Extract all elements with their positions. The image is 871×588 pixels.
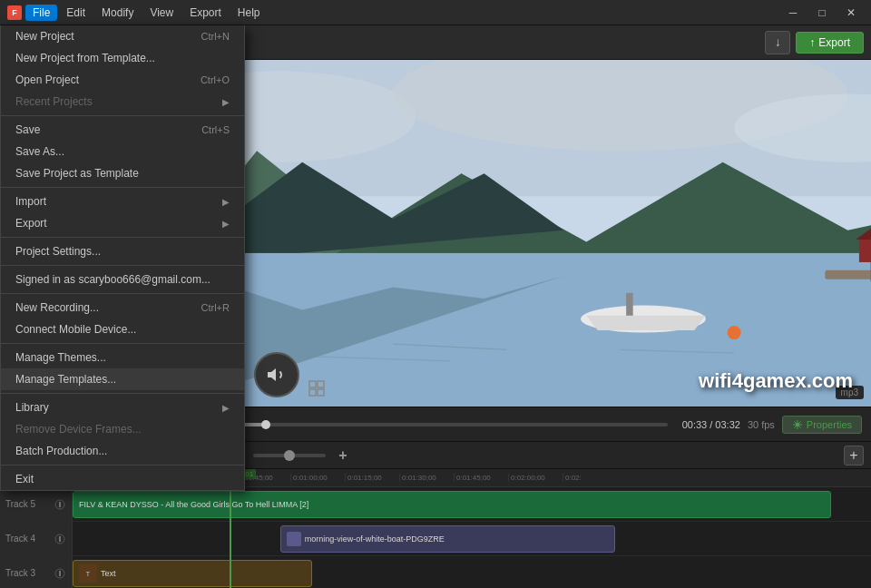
- preview-scene: [245, 60, 871, 407]
- minimize-button[interactable]: ─: [780, 4, 806, 22]
- track-4-clip-icon: [287, 532, 301, 546]
- menu-recent-projects: Recent Projects ▶: [1, 91, 244, 113]
- properties-button[interactable]: Properties: [782, 416, 862, 434]
- track-4-content[interactable]: morning-view-of-white-boat-PDG9ZRE: [73, 522, 871, 555]
- svg-rect-15: [825, 270, 871, 279]
- close-button[interactable]: ✕: [838, 4, 864, 22]
- zoom-in-button[interactable]: +: [333, 446, 353, 466]
- file-dropdown-menu: New Project Ctrl+N New Project from Temp…: [0, 25, 245, 491]
- menu-signed-in[interactable]: Signed in as scaryboo666@gmail.com...: [1, 269, 244, 290]
- svg-marker-20: [586, 316, 706, 330]
- audio-indicator: [254, 352, 299, 397]
- menu-export-top[interactable]: Export: [182, 5, 229, 21]
- menu-new-project[interactable]: New Project Ctrl+N: [1, 25, 244, 47]
- divider-8: [1, 465, 244, 466]
- menu-open-project[interactable]: Open Project Ctrl+O: [1, 69, 244, 91]
- divider-7: [1, 393, 244, 394]
- svg-rect-28: [309, 389, 316, 396]
- fps-display: 30 fps: [748, 419, 775, 430]
- divider-1: [1, 115, 244, 116]
- track-row-4: Track 4 morning-view-of-white-boat-PDG9Z…: [0, 522, 871, 556]
- grid-icon[interactable]: [308, 380, 325, 399]
- svg-rect-17: [859, 240, 871, 262]
- menu-library[interactable]: Library ▶: [1, 397, 244, 418]
- divider-3: [1, 237, 244, 238]
- format-label: mp3: [836, 386, 864, 399]
- progress-bar[interactable]: [183, 423, 668, 426]
- menu-import[interactable]: Import ▶: [1, 191, 244, 212]
- track-row-5: Track 5 FILV & KEAN DYSSO - All the Good…: [0, 487, 871, 522]
- menu-bar: File Edit Modify View Export Help: [25, 5, 268, 21]
- svg-point-22: [728, 326, 741, 339]
- time-display: 00:33 / 03:32: [682, 419, 740, 430]
- menu-project-settings[interactable]: Project Settings...: [1, 240, 244, 262]
- track-5-content[interactable]: FILV & KEAN DYSSO - All the Good Girls G…: [73, 487, 871, 521]
- add-track-button[interactable]: +: [844, 446, 864, 466]
- track-4-clip[interactable]: morning-view-of-white-boat-PDG9ZRE: [280, 525, 616, 553]
- menu-export-item[interactable]: Export ▶: [1, 212, 244, 234]
- main-area: Media New Project Ctrl+N New Project fro…: [0, 60, 871, 407]
- toolbar-right: ↓ ↑ Export: [765, 31, 864, 54]
- app-icon: F: [7, 5, 22, 20]
- track-3-lock-icon: [54, 567, 66, 580]
- svg-point-30: [795, 422, 799, 426]
- menu-edit[interactable]: Edit: [59, 5, 93, 21]
- divider-6: [1, 343, 244, 344]
- zoom-thumb[interactable]: [284, 450, 295, 461]
- menu-file[interactable]: File: [25, 5, 57, 21]
- svg-rect-26: [309, 381, 316, 387]
- maximize-button[interactable]: □: [809, 4, 835, 22]
- track-4-label: Track 4: [0, 522, 73, 555]
- menu-remove-device-frames: Remove Device Frames...: [1, 418, 244, 440]
- divider-4: [1, 265, 244, 266]
- track-5-clip[interactable]: FILV & KEAN DYSSO - All the Good Girls G…: [73, 491, 831, 518]
- menu-exit[interactable]: Exit: [1, 468, 244, 490]
- menu-new-from-template[interactable]: New Project from Template...: [1, 47, 244, 69]
- menu-manage-templates[interactable]: Manage Templates... ▶: [1, 368, 244, 390]
- progress-thumb[interactable]: [261, 420, 270, 429]
- track-5-label: Track 5: [0, 487, 73, 521]
- track-row-3: Track 3 T Text wifi4gamex.com: [0, 556, 871, 588]
- track-3-clip[interactable]: T Text: [73, 560, 312, 587]
- export-button[interactable]: ↑ Export: [796, 32, 864, 54]
- svg-rect-21: [626, 293, 633, 316]
- divider-5: [1, 293, 244, 294]
- track-4-lock-icon: [54, 533, 66, 545]
- left-panel: Media New Project Ctrl+N New Project fro…: [0, 60, 245, 407]
- download-button[interactable]: ↓: [765, 31, 790, 54]
- menu-help[interactable]: Help: [230, 5, 268, 21]
- track-3-label: Track 3: [0, 556, 73, 588]
- menu-view[interactable]: View: [142, 5, 181, 21]
- menu-manage-themes[interactable]: Manage Themes...: [1, 347, 244, 368]
- menu-connect-mobile[interactable]: Connect Mobile Device...: [1, 318, 244, 340]
- divider-2: [1, 187, 244, 188]
- title-bar-left: F File Edit Modify View Export Help: [7, 5, 268, 21]
- tracks-container: Track 5 FILV & KEAN DYSSO - All the Good…: [0, 487, 871, 588]
- track-3-content[interactable]: T Text wifi4gamex.com: [73, 556, 871, 588]
- track-5-lock-icon: [54, 498, 66, 511]
- export-label: Export: [818, 36, 850, 49]
- zoom-slider[interactable]: [253, 454, 326, 457]
- export-icon: ↑: [809, 36, 815, 49]
- menu-new-recording[interactable]: New Recording... Ctrl+R: [1, 297, 244, 318]
- menu-save[interactable]: Save Ctrl+S: [1, 119, 244, 141]
- menu-modify[interactable]: Modify: [94, 5, 141, 21]
- menu-batch-production[interactable]: Batch Production...: [1, 440, 244, 462]
- preview-area: mp3: [245, 60, 871, 407]
- svg-rect-27: [318, 381, 324, 387]
- menu-save-as[interactable]: Save As...: [1, 141, 244, 162]
- title-bar-right: ─ □ ✕: [780, 4, 864, 22]
- menu-save-as-template[interactable]: Save Project as Template: [1, 162, 244, 184]
- title-bar: F File Edit Modify View Export Help ─ □ …: [0, 0, 871, 25]
- track-3-thumbnail: T: [79, 564, 97, 583]
- svg-rect-29: [318, 389, 324, 396]
